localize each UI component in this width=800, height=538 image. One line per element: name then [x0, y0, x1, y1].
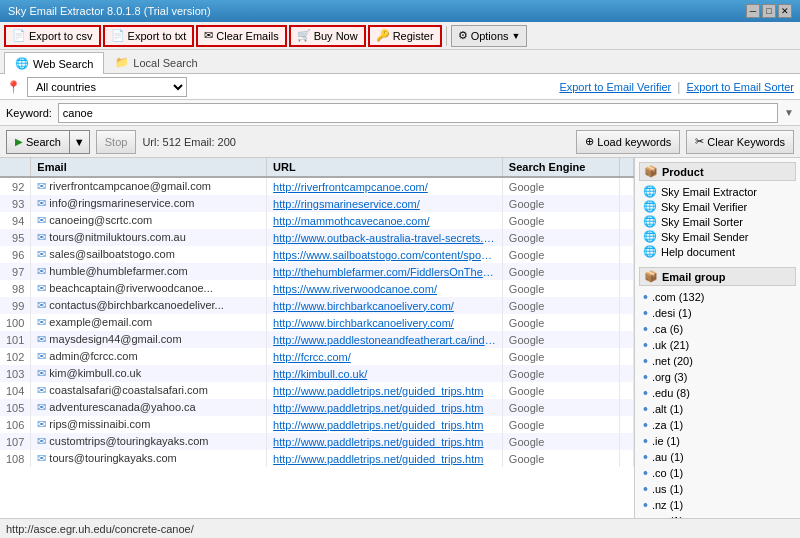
load-keywords-button[interactable]: ⊕ Load keywords: [576, 130, 680, 154]
window-controls: ─ □ ✕: [746, 4, 792, 18]
email-group-item[interactable]: •.co (1): [639, 465, 796, 481]
cell-url[interactable]: http://www.paddletrips.net/guided_trips.…: [267, 450, 503, 467]
dot-icon: •: [643, 498, 648, 512]
keyword-bar: Keyword: ▼: [0, 100, 800, 126]
cell-email: ✉sales@sailboatstogo.com: [31, 246, 267, 263]
tab-web-search[interactable]: 🌐 Web Search: [4, 52, 104, 74]
cell-url[interactable]: http://www.paddletrips.net/guided_trips.…: [267, 416, 503, 433]
email-group-item[interactable]: •.net (20): [639, 353, 796, 369]
email-group-item[interactable]: •.alt (1): [639, 401, 796, 417]
cell-url[interactable]: http://riverfrontcampcanoe.com/: [267, 177, 503, 195]
register-button[interactable]: 🔑 Register: [368, 25, 442, 47]
clear-keywords-button[interactable]: ✂ Clear Keywords: [686, 130, 794, 154]
dot-icon: •: [643, 338, 648, 352]
dot-icon: •: [643, 514, 648, 518]
cell-extra: [620, 382, 634, 399]
col-email[interactable]: Email: [31, 158, 267, 177]
product-item[interactable]: 🌐Help document: [639, 244, 796, 259]
app-title: Sky Email Extractor 8.0.1.8 (Trial versi…: [8, 5, 211, 17]
bullet-icon: 🌐: [643, 215, 657, 228]
email-group-item[interactable]: •.se (1): [639, 513, 796, 518]
export-txt-button[interactable]: 📄 Export to txt: [103, 25, 195, 47]
email-group-item[interactable]: •.com (132): [639, 289, 796, 305]
table-row: 105 ✉adventurescanada@yahoo.ca http://ww…: [0, 399, 634, 416]
options-button[interactable]: ⚙ Options ▼: [451, 25, 528, 47]
clear-emails-icon: ✉: [204, 29, 213, 42]
col-url[interactable]: URL: [267, 158, 503, 177]
options-arrow-icon: ▼: [512, 31, 521, 41]
product-item[interactable]: 🌐Sky Email Sorter: [639, 214, 796, 229]
email-group-item[interactable]: •.za (1): [639, 417, 796, 433]
table-row: 108 ✉tours@touringkayaks.com http://www.…: [0, 450, 634, 467]
email-icon: ✉: [37, 316, 46, 328]
stop-button[interactable]: Stop: [96, 130, 137, 154]
country-select[interactable]: All countries: [27, 77, 187, 97]
cell-engine: Google: [502, 433, 619, 450]
cell-url[interactable]: http://kimbull.co.uk/: [267, 365, 503, 382]
cell-url[interactable]: https://www.sailboatstogo.com/content/sp…: [267, 246, 503, 263]
close-button[interactable]: ✕: [778, 4, 792, 18]
cell-url[interactable]: http://www.outback-australia-travel-secr…: [267, 229, 503, 246]
search-dropdown-button[interactable]: ▼: [70, 131, 89, 153]
product-item[interactable]: 🌐Sky Email Sender: [639, 229, 796, 244]
email-group-label: .nz (1): [652, 499, 683, 511]
product-item[interactable]: 🌐Sky Email Extractor: [639, 184, 796, 199]
table-row: 104 ✉coastalsafari@coastalsafari.com htt…: [0, 382, 634, 399]
table-row: 97 ✉humble@humblefarmer.com http://thehu…: [0, 263, 634, 280]
email-icon: ✉: [37, 418, 46, 430]
email-icon: ✉: [37, 180, 46, 192]
cell-url[interactable]: https://www.riverwoodcanoe.com/: [267, 280, 503, 297]
cell-extra: [620, 433, 634, 450]
email-group-item[interactable]: •.au (1): [639, 449, 796, 465]
cell-url[interactable]: http://www.birchbarkcanoelivery.com/: [267, 314, 503, 331]
email-group-item[interactable]: •.nz (1): [639, 497, 796, 513]
export-to-email-sorter-link[interactable]: Export to Email Sorter: [686, 81, 794, 93]
maximize-button[interactable]: □: [762, 4, 776, 18]
keyword-input[interactable]: [58, 103, 778, 123]
email-group-item[interactable]: •.desi (1): [639, 305, 796, 321]
cell-url[interactable]: http://www.paddlestoneandfeatherart.ca/i…: [267, 331, 503, 348]
cell-url[interactable]: http://www.paddletrips.net/guided_trips.…: [267, 399, 503, 416]
buy-now-button[interactable]: 🛒 Buy Now: [289, 25, 366, 47]
email-icon: ✉: [37, 367, 46, 379]
product-item[interactable]: 🌐Sky Email Verifier: [639, 199, 796, 214]
cell-engine: Google: [502, 195, 619, 212]
cell-extra: [620, 348, 634, 365]
tab-local-search[interactable]: 📁 Local Search: [104, 51, 208, 73]
email-group-item[interactable]: •.edu (8): [639, 385, 796, 401]
export-csv-button[interactable]: 📄 Export to csv: [4, 25, 101, 47]
cell-url[interactable]: http://www.paddletrips.net/guided_trips.…: [267, 433, 503, 450]
cell-email: ✉customtrips@touringkayaks.com: [31, 433, 267, 450]
toolbar-separator: [446, 26, 447, 46]
cell-url[interactable]: http://www.paddletrips.net/guided_trips.…: [267, 382, 503, 399]
table-row: 101 ✉maysdesign44@gmail.com http://www.p…: [0, 331, 634, 348]
email-group-item[interactable]: •.uk (21): [639, 337, 796, 353]
search-button[interactable]: ▶ Search: [7, 131, 70, 153]
cell-num: 95: [0, 229, 31, 246]
email-group-items: •.com (132)•.desi (1)•.ca (6)•.uk (21)•.…: [639, 289, 796, 518]
cell-num: 101: [0, 331, 31, 348]
email-group-item[interactable]: •.org (3): [639, 369, 796, 385]
email-table-container[interactable]: Email URL Search Engine 92 ✉riverfrontca…: [0, 158, 635, 518]
cell-email: ✉tours@touringkayaks.com: [31, 450, 267, 467]
cell-url[interactable]: http://www.birchbarkcanoelivery.com/: [267, 297, 503, 314]
email-group-item[interactable]: •.us (1): [639, 481, 796, 497]
cell-num: 106: [0, 416, 31, 433]
cell-url[interactable]: http://ringsmarineservice.com/: [267, 195, 503, 212]
cell-extra: [620, 246, 634, 263]
dot-icon: •: [643, 306, 648, 320]
minimize-button[interactable]: ─: [746, 4, 760, 18]
url-email-count: Url: 512 Email: 200: [142, 136, 236, 148]
email-group-item[interactable]: •.ca (6): [639, 321, 796, 337]
search-options-bar: 📍 All countries Export to Email Verifier…: [0, 74, 800, 100]
product-section-header: 📦 Product: [639, 162, 796, 181]
export-to-email-verifier-link[interactable]: Export to Email Verifier: [559, 81, 671, 93]
email-group-item[interactable]: •.ie (1): [639, 433, 796, 449]
folder-icon: 📁: [115, 56, 129, 69]
cell-url[interactable]: http://fcrcc.com/: [267, 348, 503, 365]
email-group-label: .edu (8): [652, 387, 690, 399]
cell-url[interactable]: http://thehumblefarmer.com/FiddlersOnThe…: [267, 263, 503, 280]
col-engine[interactable]: Search Engine: [502, 158, 619, 177]
cell-url[interactable]: http://mammothcavecanoe.com/: [267, 212, 503, 229]
clear-emails-button[interactable]: ✉ Clear Emails: [196, 25, 286, 47]
